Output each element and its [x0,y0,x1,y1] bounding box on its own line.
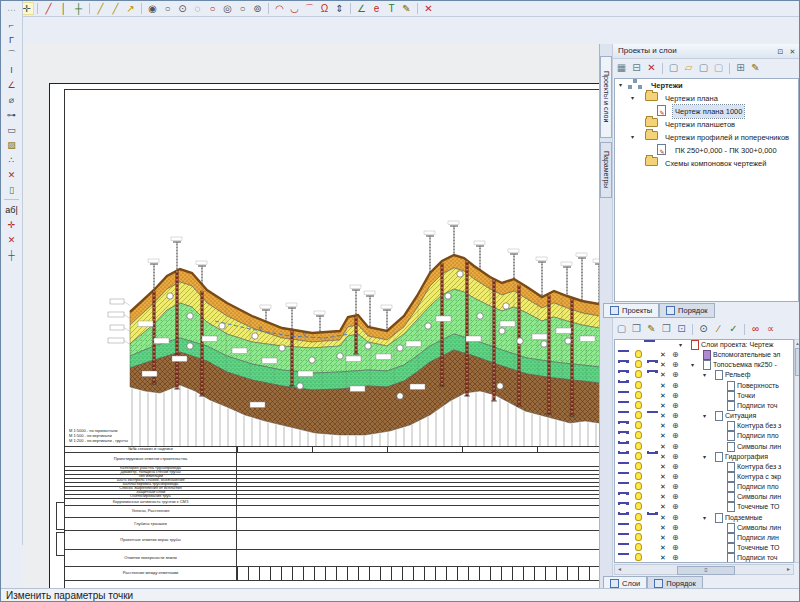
snap-target-icon[interactable]: ⊕ [672,502,679,512]
angle-edit[interactable]: ∠ [354,2,369,15]
layer-row[interactable]: ✕⊕Контура без з [615,421,793,431]
delete-x-icon[interactable]: ✕ [660,492,666,502]
arc-down[interactable]: ◡ [287,2,302,15]
visibility-bulb-icon[interactable] [635,553,642,561]
visibility-bulb-icon[interactable] [635,431,642,439]
line-node[interactable]: ┼ [71,2,86,15]
segment-2[interactable]: ╱ [108,2,123,15]
capture-link-icon[interactable] [648,452,656,454]
circle-center[interactable]: ◉ [145,2,160,15]
points-delete[interactable]: ✕ [3,167,20,182]
crosshair[interactable]: ┼ [3,247,20,262]
visibility-bulb-icon[interactable] [635,492,642,500]
link-icon[interactable] [619,442,627,444]
snap-target-icon[interactable]: ⊕ [672,381,679,391]
link-icon[interactable] [619,350,627,352]
symbol-delete[interactable]: ✕ [3,232,20,247]
link-icon[interactable] [619,482,627,484]
delete-x-icon[interactable]: ✕ [660,350,666,360]
project-tree-item[interactable]: Схемы компоновок чертежей [615,157,798,170]
edit-properties[interactable]: ✎ [748,62,763,75]
panel-close-icon[interactable]: ✕ [786,46,799,58]
scrollbar-thumb[interactable]: ≡ [677,566,735,575]
visibility-bulb-icon[interactable] [635,472,642,480]
layer-row[interactable]: ▾Слои проекта: Чертеж [615,340,793,350]
layer-import[interactable]: ❐ [629,323,644,336]
visibility-bulb-icon[interactable] [635,523,642,531]
layer-slash[interactable]: ∕ [711,323,726,336]
save-project[interactable]: ⊞ [733,62,748,75]
visibility-bulb-icon[interactable] [635,462,642,470]
snap-target-icon[interactable]: ⊕ [672,482,679,492]
snap-target-icon[interactable]: ⊕ [672,442,679,452]
visibility-bulb-icon[interactable] [635,533,642,541]
visibility-bulb-icon[interactable] [635,482,642,490]
delete-x-icon[interactable]: ✕ [660,411,666,421]
visibility-bulb-icon[interactable] [635,370,642,378]
link-icon[interactable] [619,543,627,545]
layer-row[interactable]: ✕⊕▾Гидрография [615,452,793,462]
layer-zoom[interactable]: ⊙ [696,323,711,336]
visibility-bulb-icon[interactable] [635,442,642,450]
snap-target-icon[interactable]: ⊕ [672,553,679,563]
delete-x-icon[interactable]: ✕ [660,381,666,391]
link-icon[interactable] [619,391,627,393]
visibility-bulb-icon[interactable] [635,411,642,419]
erase-segment[interactable]: e [369,2,384,15]
layer-row[interactable]: ✕⊕Поверхность [615,381,793,391]
delete-x-icon[interactable]: ✕ [660,452,666,462]
segment-1[interactable]: ╱ [93,2,108,15]
visibility-bulb-icon[interactable] [635,513,642,521]
expander-icon[interactable]: ▾ [679,340,682,350]
delete-x-icon[interactable]: ✕ [660,431,666,441]
doc-gray[interactable]: ▢ [711,62,726,75]
expander-icon[interactable]: ▾ [703,513,706,523]
layer-check[interactable]: ✓ [726,323,741,336]
arc-up[interactable]: ◠ [272,2,287,15]
layer-row[interactable]: ✕⊕Контура с экр [615,472,793,482]
rect-contour[interactable]: ▭ [3,122,20,137]
link-icon[interactable] [619,462,627,464]
visibility-bulb-icon[interactable] [635,360,642,368]
layer-row[interactable]: ✕⊕Символы лин [615,492,793,502]
link-icon[interactable] [619,523,627,525]
diameter[interactable]: ⌀ [3,92,20,107]
layer-row[interactable]: ✕⊕Подписи пло [615,482,793,492]
delete-element[interactable]: ✕ [421,2,436,15]
layer-row[interactable]: ✕⊕Подписи лин [615,533,793,543]
link-icon[interactable] [619,401,627,403]
layer-copy[interactable]: ❒ [659,323,674,336]
link-icon[interactable] [619,381,627,383]
snap-target-icon[interactable]: ⊕ [672,543,679,553]
link-icon[interactable] [619,472,627,474]
new-project[interactable]: ▢ [666,62,681,75]
clothoid[interactable]: Ω [317,2,332,15]
scrollbar-thumb[interactable] [795,348,800,376]
expander-icon[interactable]: ▾ [691,360,694,370]
line-vertical[interactable]: │ [56,2,71,15]
link-icon[interactable] [619,492,627,494]
project-tree-item[interactable]: ▾Чертежи [615,79,798,92]
scroll-left-icon[interactable]: ◂ [615,566,624,573]
tab-projects-1[interactable]: Порядок [659,303,715,318]
visibility-bulb-icon[interactable] [635,381,642,389]
delete-x-icon[interactable]: ✕ [660,543,666,553]
snap-target-icon[interactable]: ⊕ [672,431,679,441]
expander-icon[interactable]: ▾ [631,131,634,144]
visibility-bulb-icon[interactable] [635,421,642,429]
segment-arrow[interactable]: ↗ [123,2,138,15]
snap-target-icon[interactable]: ⊕ [672,411,679,421]
capture-link-icon[interactable] [648,513,656,515]
text-ab[interactable]: аб| [3,202,20,217]
layers-vertical-scrollbar[interactable]: ▴ [794,339,800,563]
layer-row[interactable]: ✕⊕Контура без з [615,462,793,472]
symbol-add[interactable]: ✛ [3,217,20,232]
side-tab-parameters[interactable]: Параметры [600,142,612,198]
drawing-canvas[interactable]: М 1:5000 - по горизонталиМ 1:500 - по ве… [23,44,599,588]
grip[interactable]: ⋯ [3,2,20,17]
snap-target-icon[interactable]: ⊕ [672,360,679,370]
visibility-bulb-icon[interactable] [635,452,642,460]
show-nodes[interactable]: ⊟ [629,62,644,75]
layer-row[interactable]: ✕⊕Точечные ТО [615,502,793,512]
sketch[interactable]: ✎ [399,2,414,15]
